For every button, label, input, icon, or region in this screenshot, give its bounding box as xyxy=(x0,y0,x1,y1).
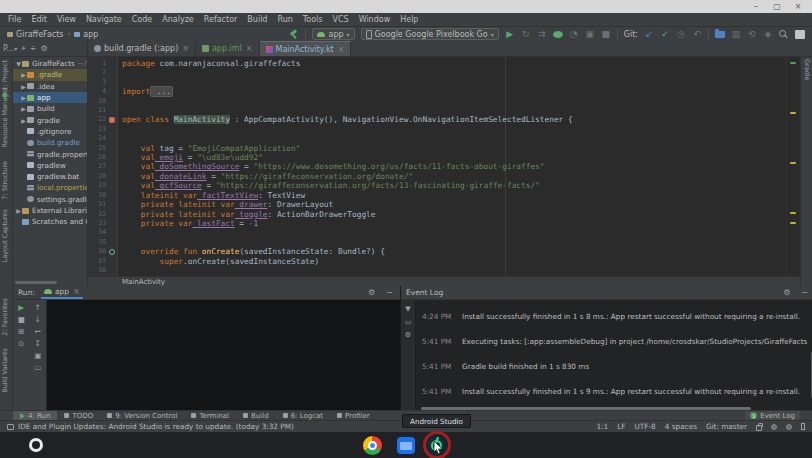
code-line-26[interactable]: 26 val emoji = "\ud83e\udd92" xyxy=(88,153,786,162)
toolwindow-profiler[interactable]: Profiler xyxy=(330,411,377,420)
code-editor[interactable]: 1package com.naranjaconsal.giraffefacts2… xyxy=(88,57,800,286)
tree-item-idea[interactable]: ▶.idea xyxy=(13,81,87,92)
files-app-icon[interactable] xyxy=(397,437,415,454)
tree-item-gradle[interactable]: ▶.gradle xyxy=(13,69,87,80)
menu-navigate[interactable]: Navigate xyxy=(81,15,127,24)
code-line-25[interactable]: 25 val tag = "EmojiCompatApplication" xyxy=(88,144,786,153)
device-dropdown[interactable]: Google Google Pixelbook Go ▾ xyxy=(361,28,499,40)
sync-project-button[interactable]: ⟲ xyxy=(747,29,757,39)
status-utf-8[interactable]: UTF-8 xyxy=(634,422,655,431)
attach-debugger-button[interactable]: ▣ xyxy=(585,29,595,39)
menu-view[interactable]: View xyxy=(52,15,81,24)
clear-all-icon[interactable]: ▭ xyxy=(34,363,41,372)
toolwindow-toggle-icon[interactable] xyxy=(7,424,14,430)
stop-icon[interactable]: ■ xyxy=(18,315,25,324)
run-button[interactable]: ▶ xyxy=(505,29,515,39)
menu-code[interactable]: Code xyxy=(127,15,157,24)
menu-window[interactable]: Window xyxy=(354,15,396,24)
gear-icon[interactable]: ⚙ xyxy=(365,288,378,297)
editor-tab-mainactivity-kt[interactable]: MainActivity.kt× xyxy=(260,41,352,56)
git-rollback-button[interactable]: ↶ xyxy=(692,29,702,39)
device-icon[interactable] xyxy=(801,423,805,430)
tree-item-scratches-and-consoles[interactable]: Scratches and Consoles xyxy=(13,216,87,227)
menu-run[interactable]: Run xyxy=(272,15,297,24)
down-stack-icon[interactable]: ↓ xyxy=(35,315,41,324)
tree-item-external-libraries[interactable]: ▶External Libraries xyxy=(13,205,87,216)
gear-icon[interactable]: ⚙ xyxy=(780,288,793,297)
layout-inspector-button[interactable]: ▥ xyxy=(731,29,741,39)
lock-icon[interactable] xyxy=(756,425,762,431)
code-line-33[interactable]: 33 private var lastFact = -1 xyxy=(88,219,786,228)
tree-item-gradlew[interactable]: gradlew xyxy=(13,160,87,171)
toolwindow-4-run[interactable]: 4: Run xyxy=(13,411,57,420)
code-line-4[interactable]: 4import ... xyxy=(88,87,786,96)
status-4-spaces[interactable]: 4 spaces xyxy=(665,422,697,431)
code-line-1[interactable]: 1package com.naranjaconsal.giraffefacts xyxy=(88,59,786,68)
window-maximize-button[interactable]: ▢ xyxy=(772,3,782,11)
menu-vcs[interactable]: VCS xyxy=(328,15,354,24)
close-icon[interactable]: × xyxy=(337,45,345,54)
run-config-dropdown[interactable]: app ▾ xyxy=(312,28,354,40)
menu-file[interactable]: File xyxy=(3,15,26,24)
locate-file-icon[interactable]: ⌖ xyxy=(21,44,26,54)
tree-arrow-icon[interactable]: ▶ xyxy=(20,71,27,78)
restore-layout-icon[interactable]: ⊞ xyxy=(18,327,24,336)
code-line-38[interactable]: 38 xyxy=(88,266,786,275)
toolwindow-6-logcat[interactable]: 6: Logcat xyxy=(276,411,330,420)
menu-refactor[interactable]: Refactor xyxy=(199,15,243,24)
tree-horizontal-scrollbar[interactable] xyxy=(15,281,57,284)
run-console-output[interactable] xyxy=(47,300,400,410)
apply-code-changes-button[interactable]: ⇉ xyxy=(537,29,547,39)
hide-panel-icon[interactable]: ─ xyxy=(800,288,811,297)
code-line-20[interactable]: 20 xyxy=(88,97,786,106)
tool-stripe-7-structure[interactable]: 7: Structure xyxy=(1,161,9,200)
window-minimize-button[interactable]: – xyxy=(751,3,761,11)
code-line-3[interactable]: 3 xyxy=(88,78,786,87)
tree-arrow-icon[interactable]: ▶ xyxy=(20,83,27,90)
filter-icon[interactable]: ▼ xyxy=(405,305,410,313)
code-line-34[interactable]: 34 xyxy=(88,228,786,237)
collapse-all-icon[interactable]: ÷ xyxy=(30,44,37,53)
event-log-entry[interactable]: 4:24 PMInstall successfully finished in … xyxy=(422,312,807,321)
search-everywhere-icon[interactable] xyxy=(779,30,789,39)
code-line-35[interactable]: 35 xyxy=(88,238,786,247)
tool-stripe-2-favorites[interactable]: 2: Favorites xyxy=(1,298,9,336)
highlight-level-icon[interactable] xyxy=(771,424,777,430)
close-icon[interactable]: × xyxy=(72,287,80,296)
code-line-30[interactable]: 30 lateinit var factTextView: TextView xyxy=(88,191,786,200)
event-log-entry[interactable]: 5:41 PMInstall successfully finished in … xyxy=(422,387,807,396)
toolwindow-todo[interactable]: TODO xyxy=(57,411,100,420)
breadcrumb-giraffefacts[interactable]: GiraffeFacts xyxy=(7,30,64,39)
code-line-31[interactable]: 31 private lateinit var drawer: DrawerLa… xyxy=(88,200,786,209)
menu-analyze[interactable]: Analyze xyxy=(157,15,199,24)
code-line-23[interactable]: 23 xyxy=(88,125,786,134)
up-stack-icon[interactable]: ↑ xyxy=(35,303,41,312)
chrome-icon[interactable] xyxy=(363,436,382,455)
code-line-2[interactable]: 2 xyxy=(88,68,786,77)
pin-icon[interactable]: ⊙ xyxy=(18,339,24,348)
git-history-button[interactable]: ◷ xyxy=(676,29,686,39)
hide-panel-icon[interactable]: ─ xyxy=(384,288,395,297)
breadcrumb-class-name[interactable]: MainActivity xyxy=(122,278,165,286)
event-log-entry[interactable]: 5:41 PMExecuting tasks: [:app:assembleDe… xyxy=(422,337,807,346)
build-hammer-icon[interactable] xyxy=(289,29,299,39)
tool-stripe-resource-manager[interactable]: Resource Manager xyxy=(1,87,9,147)
tree-arrow-icon[interactable]: ▼ xyxy=(15,60,22,67)
menu-edit[interactable]: Edit xyxy=(26,15,52,24)
code-line-29[interactable]: 29 val gcfSource = "https://giraffeconse… xyxy=(88,181,786,190)
tree-item-app[interactable]: ▶app xyxy=(13,92,87,103)
editor-tab-build-gradle-app[interactable]: build.gradle (:app)× xyxy=(88,41,196,56)
menu-tools[interactable]: Tools xyxy=(298,15,328,24)
avd-manager-button[interactable]: ◈ xyxy=(763,29,773,39)
code-line-24[interactable]: 24 xyxy=(88,134,786,143)
tree-item-local-properties[interactable]: local.properties xyxy=(13,182,87,193)
status-message[interactable]: IDE and Plugin Updates: Android Studio i… xyxy=(18,422,294,431)
rerun-icon[interactable]: ▶ xyxy=(18,303,24,312)
wrench-icon[interactable]: ⚙ xyxy=(405,331,411,339)
event-log-entry[interactable]: 5:41 PMGradle build finished in 1 s 830 … xyxy=(422,362,807,371)
code-line-32[interactable]: 32 private lateinit var toggle: ActionBa… xyxy=(88,210,786,219)
code-line-21[interactable]: 21 xyxy=(88,106,786,115)
soft-wrap-icon[interactable]: ↩ xyxy=(35,327,41,336)
close-icon[interactable]: × xyxy=(245,44,253,53)
editor-error-stripe[interactable] xyxy=(786,57,800,276)
